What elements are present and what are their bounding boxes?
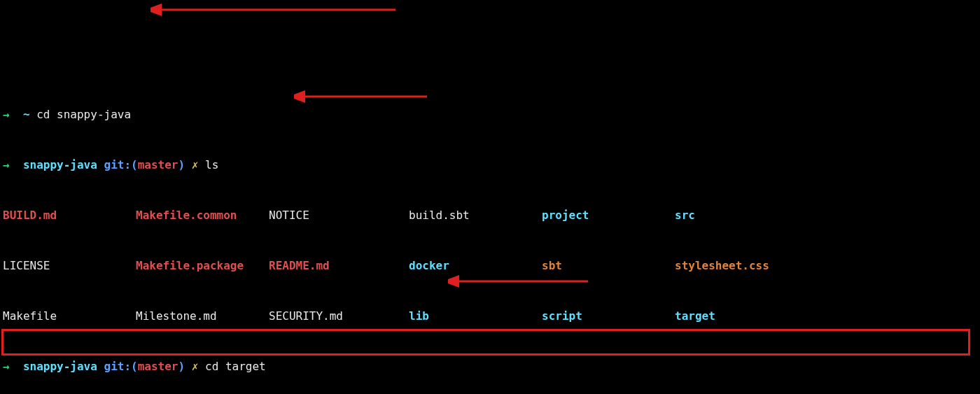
cmd-cd-target: cd target: [205, 360, 266, 373]
git-label-close: ): [178, 360, 185, 373]
ls-row-1: BUILD.mdMakefile.commonNOTICEbuild.sbtpr…: [3, 207, 977, 224]
prompt-dir: snappy-java: [23, 158, 97, 171]
file-security-md: SECURITY.md: [269, 309, 343, 323]
file-makefile-package: Makefile.package: [136, 259, 244, 272]
prompt-line-cd-target: → snappy-java git:(master) ✗ cd target: [3, 358, 977, 375]
git-branch: master: [138, 360, 178, 373]
git-dirty-icon: ✗: [192, 360, 199, 373]
file-makefile-common: Makefile.common: [136, 209, 237, 222]
file-docker: docker: [409, 259, 449, 272]
prompt-line-cd-snappy: → ~ cd snappy-java: [3, 106, 977, 123]
git-branch: master: [138, 158, 178, 171]
git-dirty-icon: ✗: [192, 158, 199, 171]
prompt-line-ls1: → snappy-java git:(master) ✗ ls: [3, 157, 977, 174]
file-stylesheet-css: stylesheet.css: [675, 259, 769, 272]
prompt-dir: snappy-java: [23, 360, 97, 373]
file-makefile: Makefile: [3, 309, 57, 323]
file-milestone-md: Milestone.md: [136, 309, 217, 323]
file-src: src: [675, 209, 695, 222]
prompt-arrow: →: [3, 158, 10, 171]
git-label: git:(: [104, 360, 138, 373]
file-notice: NOTICE: [269, 209, 309, 222]
prompt-arrow: →: [3, 108, 10, 121]
prompt-tilde: ~: [23, 108, 30, 121]
file-project: project: [542, 209, 589, 222]
file-script: script: [542, 309, 582, 323]
file-target: target: [675, 309, 715, 323]
file-lib: lib: [409, 309, 429, 323]
git-label: git:(: [104, 158, 138, 171]
git-label-close: ): [178, 158, 185, 171]
ls-row-3: MakefileMilestone.mdSECURITY.mdlibscript…: [3, 308, 977, 325]
terminal-output[interactable]: → ~ cd snappy-java → snappy-java git:(ma…: [3, 73, 977, 394]
file-build-sbt: build.sbt: [409, 209, 470, 222]
ls-row-2: LICENSEMakefile.packageREADME.mddockersb…: [3, 258, 977, 274]
annotation-arrow-1: [150, 3, 402, 17]
cmd-ls1: ls: [205, 158, 218, 171]
file-readme-md: README.md: [269, 259, 330, 272]
file-sbt: sbt: [542, 259, 562, 272]
file-license: LICENSE: [3, 259, 50, 272]
file-build-md: BUILD.md: [3, 209, 57, 222]
prompt-arrow: →: [3, 360, 10, 373]
cmd-cd-snappy: cd snappy-java: [36, 108, 131, 121]
